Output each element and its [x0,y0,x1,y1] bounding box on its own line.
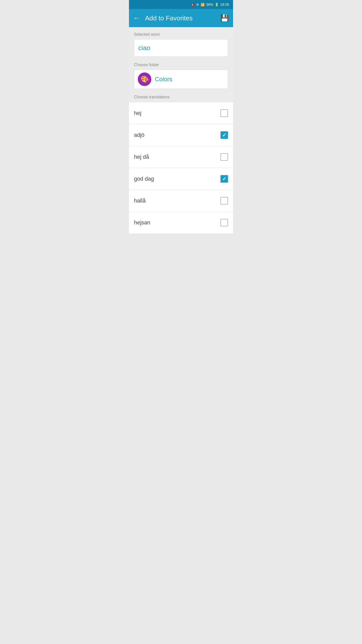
main-content: Selected word ciao Choose folder 🎨 Color… [129,27,233,102]
bluetooth-icon: ⚙ [196,3,199,7]
folder-icon-circle: 🎨 [138,72,151,86]
translation-checkbox[interactable] [220,197,228,205]
status-bar: 🔇 ⚙ 📶 36% 🔋 19:28 [129,0,233,9]
selected-word-field[interactable]: ciao [134,39,228,57]
selected-word-value: ciao [138,44,150,52]
translation-text: adjö [134,132,145,138]
status-icons: 🔇 ⚙ 📶 36% 🔋 19:28 [191,3,229,7]
translation-text: hej [134,110,141,116]
translation-item[interactable]: hej då [129,146,233,168]
selected-word-label: Selected word [134,32,228,37]
folder-name: Colors [155,76,172,83]
choose-folder-label: Choose folder [134,63,228,67]
translation-item[interactable]: hallå [129,190,233,212]
signal-icon: 📶 [201,3,205,7]
back-button[interactable]: ← [133,14,140,22]
folder-selector[interactable]: 🎨 Colors [134,70,228,89]
mute-icon: 🔇 [191,3,195,7]
app-bar-title: Add to Favorites [145,14,193,22]
translation-item[interactable]: hejsan [129,212,233,233]
translation-text: hejsan [134,219,150,226]
app-bar-left: ← Add to Favorites [133,14,193,22]
translation-item[interactable]: hej [129,102,233,124]
translation-text: god dag [134,176,154,182]
translation-text: hej då [134,154,149,160]
translations-list: hejadjöhej dågod daghallåhejsan [129,102,233,233]
translation-checkbox[interactable] [220,131,228,139]
translation-checkbox[interactable] [220,219,228,226]
app-bar: ← Add to Favorites 💾 [129,9,233,27]
palette-icon: 🎨 [141,75,149,83]
clock: 19:28 [220,3,229,7]
translation-item[interactable]: adjö [129,124,233,146]
translation-checkbox[interactable] [220,153,228,161]
translation-checkbox[interactable] [220,175,228,183]
translation-checkbox[interactable] [220,109,228,117]
battery-icon: 🔋 [215,3,219,7]
battery-level: 36% [206,3,213,7]
translation-text: hallå [134,197,146,204]
translations-label: Choose translations [134,95,228,102]
translation-item[interactable]: god dag [129,168,233,190]
save-button[interactable]: 💾 [220,14,229,22]
